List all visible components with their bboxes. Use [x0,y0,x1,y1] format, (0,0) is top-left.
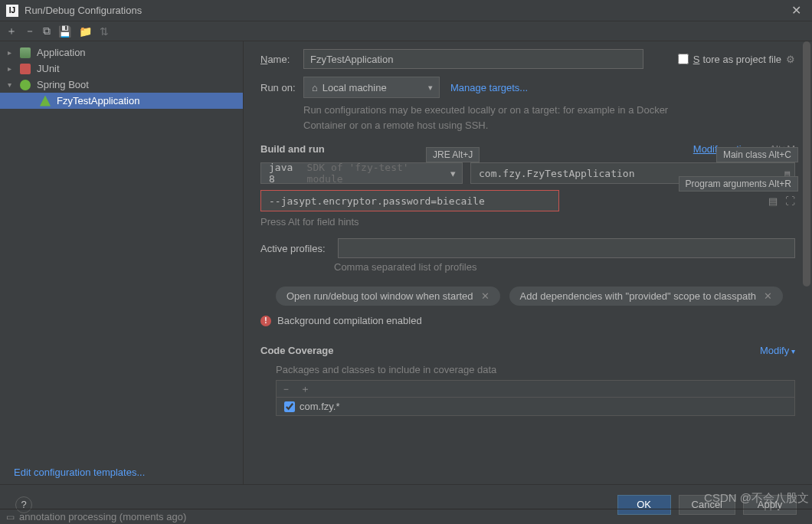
expand-icon[interactable]: ▤ [768,195,778,207]
chevron-right-icon: ▸ [8,64,17,73]
manage-targets-link[interactable]: Manage targets... [450,82,528,93]
save-icon[interactable]: 💾 [58,25,71,38]
warning-text: Background compilation enabled [277,315,422,326]
runon-dropdown[interactable]: ⌂ Local machine [303,77,440,98]
program-args-input[interactable]: --jasypt.encryptor.password=biecaile [260,190,559,211]
window-title: Run/Debug Configurations [25,5,787,16]
add-icon[interactable]: ＋ [6,25,17,38]
coverage-item-label: com.fzy.* [300,401,340,412]
coverage-packages-label: Packages and classes to include in cover… [276,364,795,375]
coverage-modify-link[interactable]: Modify [760,345,795,356]
args-badge: Program arguments Alt+R [679,176,798,192]
profiles-input[interactable] [338,238,795,258]
jre-suffix: SDK of 'fzy-test' module [307,162,440,185]
name-input[interactable] [303,49,643,69]
spring-icon [20,80,31,90]
tree-label: Application [37,47,86,58]
profiles-label: Active profiles: [260,243,326,254]
add-icon[interactable]: ＋ [300,382,310,396]
tag-label: Add dependencies with "provided" scope t… [520,290,756,302]
chevron-down-icon: ▾ [8,80,17,89]
name-label: Name: [260,54,303,65]
close-icon[interactable]: ✕ [481,290,489,302]
tag-open-tool[interactable]: Open run/debug tool window when started … [276,287,500,306]
tag-label: Open run/debug tool window when started [286,290,473,302]
store-checkbox-input[interactable] [678,54,689,64]
coverage-box: － ＋ com.fzy.* [276,380,795,416]
gear-icon[interactable]: ⚙ [786,54,795,65]
tree-label: Spring Boot [37,79,89,90]
field-hint: Press Alt for field hints [260,216,795,228]
jre-dropdown[interactable]: java 8 SDK of 'fzy-test' module [260,162,463,184]
close-icon[interactable]: ✕ [764,290,772,302]
store-label: tore as project file [702,54,781,65]
home-icon: ⌂ [312,82,318,93]
coverage-title: Code Coverage [260,345,333,356]
tree-item-springboot[interactable]: ▾ Spring Boot [0,77,243,93]
tree-label: JUnit [37,63,60,74]
tree-item-fzy[interactable]: FzyTestApplication [0,93,243,109]
application-icon [20,47,31,58]
app-icon: IJ [6,5,18,17]
mainclass-badge: Main class Alt+C [716,147,798,162]
remove-icon[interactable]: － [281,382,291,396]
close-icon[interactable]: ✕ [787,3,806,18]
coverage-item[interactable]: com.fzy.* [277,398,794,415]
build-run-title: Build and run [260,143,325,155]
fullscreen-icon[interactable]: ⛶ [785,195,795,207]
toolbar: ＋ － ⧉ 💾 📁 ⇅ [0,21,812,41]
book-icon: ▭ [6,512,15,522]
status-bar: ▭ annotation processing (moments ago) [0,509,812,524]
store-checkbox[interactable]: Store as project file ⚙ [678,54,795,65]
coverage-checkbox[interactable] [284,401,295,412]
tag-provided-scope[interactable]: Add dependencies with "provided" scope t… [509,287,783,306]
remove-icon[interactable]: － [25,25,35,38]
copy-icon[interactable]: ⧉ [43,25,51,38]
folder-icon[interactable]: 📁 [79,25,92,38]
sidebar: ▸ Application ▸ JUnit ▾ Spring Boot FzyT… [0,41,244,484]
runon-value: Local machine [323,82,387,93]
warning-icon: ! [260,316,271,326]
status-text: annotation processing (moments ago) [19,511,186,522]
junit-icon [20,64,31,74]
content-panel: Name: Store as project file ⚙ Run on: ⌂ … [244,41,812,484]
jre-prefix: java 8 [269,162,303,185]
title-bar: IJ Run/Debug Configurations ✕ [0,0,812,21]
jre-badge: JRE Alt+J [426,147,480,162]
chevron-right-icon: ▸ [8,48,17,57]
tree-item-application[interactable]: ▸ Application [0,44,243,61]
sort-icon[interactable]: ⇅ [100,25,109,38]
tree-item-junit[interactable]: ▸ JUnit [0,61,243,77]
leaf-icon [40,96,51,106]
args-value: --jasypt.encryptor.password=biecaile [269,195,485,207]
runon-description: Run configurations may be executed local… [303,103,686,133]
scrollbar[interactable] [801,41,812,484]
edit-templates-link[interactable]: Edit configuration templates... [14,467,145,478]
tree-label: FzyTestApplication [57,95,139,106]
runon-label: Run on: [260,82,303,93]
profiles-hint: Comma separated list of profiles [334,261,795,273]
main-class-value: com.fzy.FzyTestApplication [479,168,635,179]
